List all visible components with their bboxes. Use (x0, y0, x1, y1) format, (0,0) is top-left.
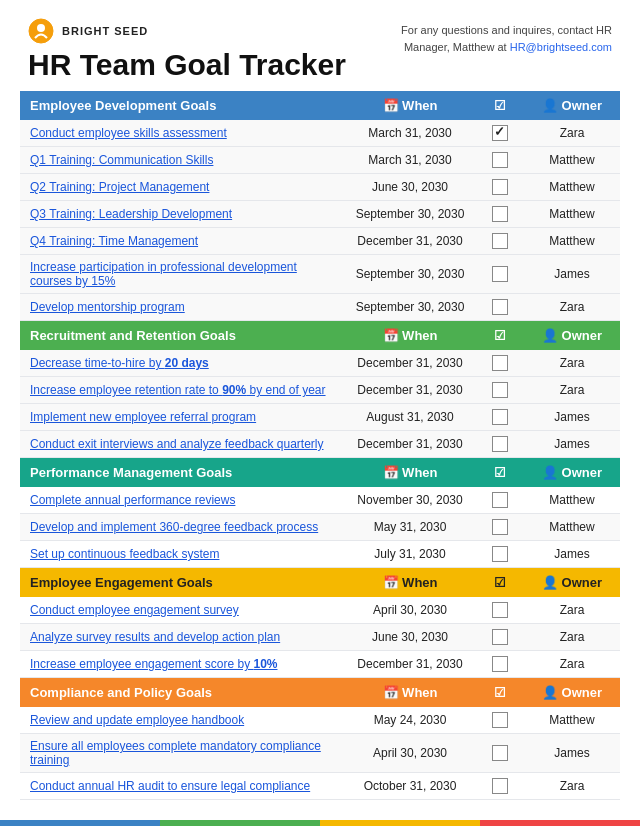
goal-link[interactable]: Complete annual performance reviews (30, 493, 235, 507)
section-label: Recruitment and Retention Goals (20, 321, 344, 351)
when-cell: August 31, 2030 (344, 404, 476, 431)
table-row: Complete annual performance reviews Nove… (20, 487, 620, 514)
check-cell[interactable] (476, 651, 524, 678)
check-cell[interactable] (476, 120, 524, 147)
checkbox[interactable] (492, 778, 508, 794)
goal-link[interactable]: Develop mentorship program (30, 300, 185, 314)
contact-email[interactable]: HR@brightseed.com (510, 41, 612, 53)
checkbox[interactable] (492, 382, 508, 398)
checkbox[interactable] (492, 602, 508, 618)
checkbox[interactable] (492, 409, 508, 425)
section-when-col: 📅 When (344, 568, 476, 598)
owner-cell: Matthew (524, 487, 620, 514)
checkbox[interactable] (492, 546, 508, 562)
check-cell[interactable] (476, 174, 524, 201)
goal-link[interactable]: Review and update employee handbook (30, 713, 244, 727)
goal-link[interactable]: Analyze survey results and develop actio… (30, 630, 280, 644)
logo-icon (28, 18, 54, 44)
goal-link[interactable]: Increase participation in professional d… (30, 260, 297, 288)
checkbox[interactable] (492, 179, 508, 195)
goal-cell: Develop and implement 360-degree feedbac… (20, 514, 344, 541)
logo-text: BRIGHT SEED (62, 25, 148, 37)
owner-cell: Matthew (524, 201, 620, 228)
check-cell[interactable] (476, 201, 524, 228)
goal-link[interactable]: Decrease time-to-hire by 20 days (30, 356, 209, 370)
when-cell: September 30, 2030 (344, 255, 476, 294)
table-wrap: Employee Development Goals 📅 When ☑ 👤 Ow… (0, 91, 640, 820)
goal-link[interactable]: Q1 Training: Communication Skills (30, 153, 213, 167)
when-cell: May 24, 2030 (344, 707, 476, 734)
goal-cell: Conduct exit interviews and analyze feed… (20, 431, 344, 458)
checkbox[interactable] (492, 656, 508, 672)
check-cell[interactable] (476, 228, 524, 255)
checkbox[interactable] (492, 519, 508, 535)
owner-cell: Matthew (524, 147, 620, 174)
when-cell: December 31, 2030 (344, 228, 476, 255)
when-cell: September 30, 2030 (344, 294, 476, 321)
owner-cell: James (524, 541, 620, 568)
section-check-col: ☑ (476, 91, 524, 120)
checkbox[interactable] (492, 152, 508, 168)
goal-link[interactable]: Implement new employee referral program (30, 410, 256, 424)
checkbox[interactable] (492, 299, 508, 315)
check-cell[interactable] (476, 404, 524, 431)
check-cell[interactable] (476, 255, 524, 294)
goal-link[interactable]: Increase employee engagement score by 10… (30, 657, 278, 671)
section-owner-col: 👤 Owner (524, 91, 620, 120)
section-label: Employee Development Goals (20, 91, 344, 120)
check-cell[interactable] (476, 734, 524, 773)
checkbox[interactable] (492, 233, 508, 249)
checkbox[interactable] (492, 266, 508, 282)
goal-link[interactable]: Conduct employee skills assessment (30, 126, 227, 140)
checkbox[interactable] (492, 492, 508, 508)
checkbox[interactable] (492, 629, 508, 645)
checkbox[interactable] (492, 745, 508, 761)
check-cell[interactable] (476, 377, 524, 404)
section-check-col: ☑ (476, 321, 524, 351)
section-header-recruitment-retention: Recruitment and Retention Goals 📅 When ☑… (20, 321, 620, 351)
when-cell: October 31, 2030 (344, 773, 476, 800)
when-cell: April 30, 2030 (344, 734, 476, 773)
check-cell[interactable] (476, 514, 524, 541)
section-when-col: 📅 When (344, 321, 476, 351)
check-cell[interactable] (476, 707, 524, 734)
check-cell[interactable] (476, 294, 524, 321)
goal-link[interactable]: Conduct employee engagement survey (30, 603, 239, 617)
checkbox[interactable] (492, 436, 508, 452)
when-cell: December 31, 2030 (344, 350, 476, 377)
check-cell[interactable] (476, 431, 524, 458)
goal-cell: Q3 Training: Leadership Development (20, 201, 344, 228)
checkbox[interactable] (492, 125, 508, 141)
owner-cell: Matthew (524, 174, 620, 201)
owner-cell: Zara (524, 624, 620, 651)
goal-link[interactable]: Conduct annual HR audit to ensure legal … (30, 779, 310, 793)
check-cell[interactable] (476, 597, 524, 624)
goal-link[interactable]: Develop and implement 360-degree feedbac… (30, 520, 318, 534)
check-cell[interactable] (476, 624, 524, 651)
goal-link[interactable]: Set up continuous feedback system (30, 547, 219, 561)
goal-cell: Implement new employee referral program (20, 404, 344, 431)
goal-cell: Analyze survey results and develop actio… (20, 624, 344, 651)
check-cell[interactable] (476, 487, 524, 514)
checkbox[interactable] (492, 206, 508, 222)
goal-link[interactable]: Increase employee retention rate to 90% … (30, 383, 326, 397)
check-cell[interactable] (476, 773, 524, 800)
when-cell: December 31, 2030 (344, 377, 476, 404)
goal-link[interactable]: Q2 Training: Project Management (30, 180, 209, 194)
goal-link[interactable]: Q4 Training: Time Management (30, 234, 198, 248)
check-cell[interactable] (476, 147, 524, 174)
goal-link[interactable]: Ensure all employees complete mandatory … (30, 739, 321, 767)
check-cell[interactable] (476, 541, 524, 568)
goal-link[interactable]: Q3 Training: Leadership Development (30, 207, 232, 221)
page-header: BRIGHT SEED HR Team Goal Tracker For any… (0, 0, 640, 91)
goal-link[interactable]: Conduct exit interviews and analyze feed… (30, 437, 324, 451)
check-cell[interactable] (476, 350, 524, 377)
contact-info: For any questions and inquires, contact … (401, 18, 612, 55)
table-row: Implement new employee referral program … (20, 404, 620, 431)
table-row: Q2 Training: Project Management June 30,… (20, 174, 620, 201)
section-when-col: 📅 When (344, 91, 476, 120)
checkbox[interactable] (492, 355, 508, 371)
logo-area: BRIGHT SEED HR Team Goal Tracker (28, 18, 346, 81)
table-row: Q1 Training: Communication Skills March … (20, 147, 620, 174)
checkbox[interactable] (492, 712, 508, 728)
